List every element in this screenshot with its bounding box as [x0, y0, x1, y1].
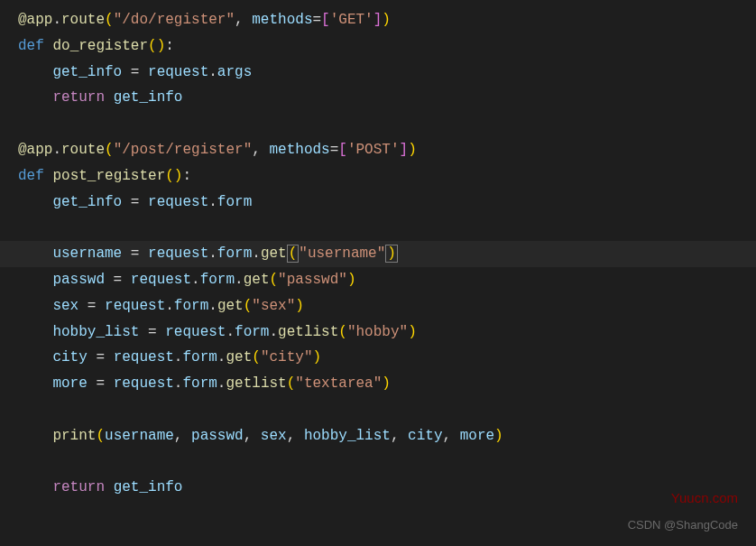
code-line-2: def do_register():: [18, 33, 738, 60]
code-line-12: sex = request.form.get("sex"): [18, 293, 738, 319]
code-line-4: return get_info: [18, 85, 738, 111]
watermark-yuucn: Yuucn.com: [671, 486, 738, 510]
code-line-11: passwd = request.form.get("passwd"): [18, 267, 738, 293]
code-editor[interactable]: @app.route("/do/register", methods=['GET…: [18, 7, 738, 501]
code-line-13: hobby_list = request.form.getlist("hobby…: [18, 319, 738, 346]
code-line-blank3: [18, 397, 738, 423]
code-line-17: print(username, passwd, sex, hobby_list,…: [18, 423, 738, 449]
code-line-19: return get_info: [18, 475, 738, 501]
code-line-15: more = request.form.getlist("textarea"): [18, 371, 738, 397]
code-line-blank2: [18, 215, 738, 241]
code-line-blank4: [18, 449, 738, 476]
code-line-8: get_info = request.form: [18, 190, 738, 216]
decorator-at: @app: [18, 12, 52, 28]
bracket-highlight-open: (: [287, 245, 300, 263]
watermark-csdn: CSDN @ShangCode: [628, 514, 738, 535]
code-line-1: @app.route("/do/register", methods=['GET…: [18, 7, 738, 33]
code-line-7: def post_register():: [18, 163, 738, 190]
code-line-3: get_info = request.args: [18, 60, 738, 86]
code-line-6: @app.route("/post/register", methods=['P…: [18, 137, 738, 163]
code-line-14: city = request.form.get("city"): [18, 345, 738, 371]
code-line-10-highlighted: username = request.form.get("username"): [0, 241, 756, 267]
bracket-highlight-close: ): [385, 245, 398, 263]
code-line-blank1: [18, 111, 738, 137]
